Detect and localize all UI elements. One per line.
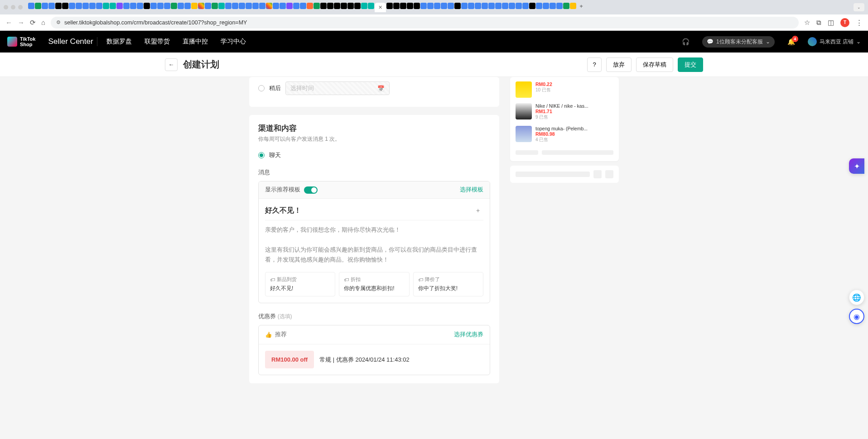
add-content-button[interactable]: + [473,206,482,215]
nav-dashboard[interactable]: 数据罗盘 [106,38,132,46]
chat-icon: 💬 [707,38,714,45]
preview-footer [510,166,619,183]
browser-tab-strip: ✕ + ⌄ [0,0,868,14]
product-thumb [516,81,532,98]
forward-nav-icon: → [18,19,24,26]
time-picker[interactable]: 选择时间 📅 [285,81,390,95]
template-card-new-arrival[interactable]: 🏷新品到货 好久不见! [265,272,335,296]
calendar-icon: 📅 [377,85,385,92]
sidepanel-icon[interactable]: ◫ [828,19,834,27]
translate-button[interactable]: 🌐 [849,290,864,305]
product-thumb [516,126,532,142]
support-chat-button[interactable]: ◉ [849,309,864,324]
coupon-section-label: 优惠券 (选填) [258,312,490,320]
template-card-discount[interactable]: 🏷折扣 你的专属优惠和折扣! [339,272,409,296]
back-nav-icon[interactable]: ← [5,19,12,26]
recommend-label: 👍 推荐 [265,331,287,339]
choose-coupon-link[interactable]: 选择优惠券 [454,331,483,339]
notif-badge: 4 [792,36,798,42]
thumbs-up-icon: 👍 [265,331,272,338]
tiktok-icon [7,37,17,47]
discard-button[interactable]: 放弃 [606,57,632,72]
section-channel-title: 渠道和内容 [258,123,490,134]
chevron-down-icon: ⌄ [856,38,861,45]
profile-avatar[interactable]: T [840,18,849,27]
tag-icon: 🏷 [418,277,423,282]
coupon-description: 常规 | 优惠券 2024/01/24 11:43:02 [319,356,410,364]
preview-product-row[interactable]: Nike / NIKE / nike - kas... RM1.71 9 已售 [516,100,613,123]
template-toggle[interactable] [304,186,318,194]
shop-selector[interactable]: 马来西亚 店铺 ⌄ [808,37,861,46]
message-editor: 显示推荐模板 选择模板 好久不见！ 亲爱的客户，我们很想念你，期待你尽快再次光临… [258,181,490,303]
nav-affiliate[interactable]: 联盟带货 [145,38,170,46]
coupon-chip[interactable]: RM100.00 off [265,351,314,368]
submit-button[interactable]: 提交 [678,57,703,72]
logo[interactable]: TikTok Shop [7,36,35,47]
radio-checked-icon[interactable] [258,152,265,158]
section-channel-subtitle: 你每周可以向客户发送消息 1 次。 [258,135,490,143]
tab-overflow-button[interactable]: ⌄ [854,3,864,11]
url-field[interactable]: ⚙ seller.tiktokglobalshop.com/crm/broadc… [51,17,799,29]
page-title: 创建计划 [183,58,219,71]
service-chip[interactable]: 💬 1位顾客未分配客服 ⌄ [702,36,775,48]
save-draft-button[interactable]: 保存草稿 [636,57,673,72]
preview-product-row[interactable]: topeng muka- (Pelemb... RM80.98 4 已售 [516,123,613,146]
later-label: 稍后 [269,84,281,92]
star-icon[interactable]: ☆ [804,19,810,27]
back-button[interactable]: ← [165,58,178,71]
schedule-later-row[interactable]: 稍后 选择时间 📅 [258,81,490,95]
preview-panel: RM0.22 10 已售 Nike / NIKE / nike - kas...… [510,77,619,161]
window-controls [4,5,23,10]
tag-icon: 🏷 [270,277,275,282]
chevron-down-icon: ⌄ [766,38,770,45]
site-settings-icon[interactable]: ⚙ [56,19,61,25]
radio-unchecked-icon[interactable] [258,85,265,91]
seller-center-label[interactable]: Seller Center [48,37,97,46]
preview-product-row[interactable]: RM0.22 10 已售 [516,79,613,100]
close-icon[interactable]: ✕ [378,5,382,10]
active-tab[interactable]: ✕ [375,3,386,12]
chat-label: 聊天 [269,151,281,159]
new-tab-button[interactable]: + [577,3,586,12]
channel-chat-row[interactable]: 聊天 [258,151,490,159]
coupon-box: 👍 推荐 选择优惠券 RM100.00 off 常规 | 优惠券 2024/01… [258,325,490,375]
message-section-label: 消息 [258,168,490,177]
menu-icon[interactable]: ⋮ [856,19,863,27]
notifications-button[interactable]: 🔔 4 [787,38,795,45]
message-body[interactable]: 亲爱的客户，我们很想念你，期待你尽快再次光临！ 这里有我们认为你可能会感兴趣的新… [265,225,483,265]
help-button[interactable]: ? [587,57,602,72]
shop-avatar [808,37,817,46]
nav-live[interactable]: 直播中控 [183,38,208,46]
tag-icon: 🏷 [344,277,349,282]
toggle-label: 显示推荐模板 [265,186,300,194]
home-icon[interactable]: ⌂ [41,19,45,26]
url-text: seller.tiktokglobalshop.com/crm/broadcas… [64,19,247,26]
message-greeting[interactable]: 好久不见！ [265,206,483,220]
ai-assistant-button[interactable]: ✦ [849,158,864,174]
nav-learn[interactable]: 学习中心 [221,38,246,46]
headset-icon[interactable]: 🎧 [682,38,690,45]
template-card-price-drop[interactable]: 🏷降价了 你中了折扣大奖! [413,272,483,296]
extensions-icon[interactable]: ⧉ [816,19,821,27]
reload-icon[interactable]: ⟳ [30,19,36,27]
app-header: TikTok Shop Seller Center 数据罗盘 联盟带货 直播中控… [0,31,868,52]
choose-template-link[interactable]: 选择模板 [460,186,483,194]
address-bar: ← → ⟳ ⌂ ⚙ seller.tiktokglobalshop.com/cr… [0,14,868,31]
product-thumb [516,103,532,119]
page-header: ← 创建计划 ? 放弃 保存草稿 提交 [0,52,868,77]
